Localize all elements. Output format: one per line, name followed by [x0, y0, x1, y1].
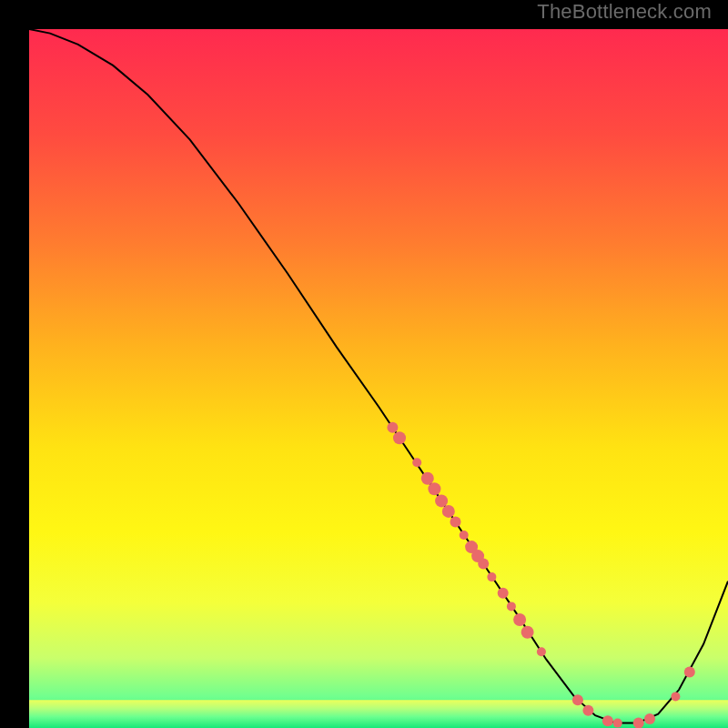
- watermark-label: TheBottleneck.com: [537, 0, 712, 24]
- data-point: [421, 472, 434, 485]
- chart-svg: [29, 29, 728, 728]
- data-point: [460, 531, 469, 540]
- data-point: [613, 719, 622, 728]
- data-point: [537, 647, 546, 656]
- data-point: [684, 667, 695, 678]
- data-point: [442, 505, 455, 518]
- data-point: [572, 694, 583, 705]
- data-point: [507, 602, 516, 611]
- data-point: [644, 713, 655, 724]
- chart-frame: [15, 15, 713, 713]
- data-point: [671, 692, 680, 701]
- data-point: [513, 613, 526, 626]
- data-point: [387, 422, 398, 433]
- data-point: [428, 482, 440, 495]
- data-point: [435, 494, 448, 507]
- data-point: [393, 431, 406, 444]
- data-point: [582, 705, 593, 716]
- gradient-background: [29, 29, 728, 728]
- data-point: [450, 516, 461, 527]
- data-point: [412, 458, 421, 467]
- data-point: [521, 626, 534, 639]
- data-point: [602, 715, 613, 726]
- data-point: [487, 572, 496, 581]
- data-point: [478, 559, 489, 570]
- data-point: [498, 588, 509, 599]
